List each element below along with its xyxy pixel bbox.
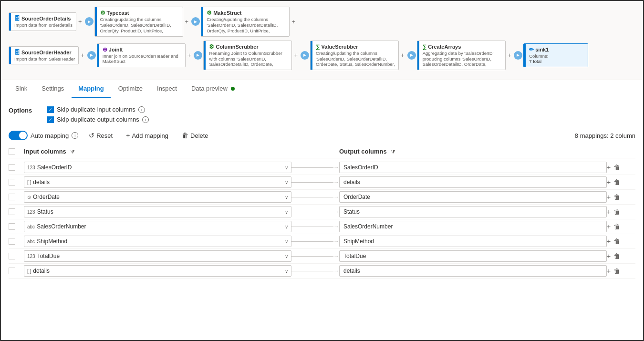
output-field-4[interactable] [339, 221, 607, 232]
input-dropdown-4[interactable]: abc SalesOrderNumber ∨ [24, 221, 291, 232]
output-field-7[interactable] [339, 265, 607, 277]
info-icon-2[interactable]: i [142, 116, 149, 123]
delete-row-btn-7[interactable]: 🗑 [613, 267, 620, 275]
input-dropdown-1[interactable]: [ ] details ∨ [24, 176, 291, 188]
input-field-col-1: [ ] details ∨ [24, 176, 291, 188]
dropdown-arrow-5[interactable]: ∨ [285, 239, 288, 244]
row-checkbox-2[interactable] [9, 194, 15, 200]
arrow-visual-6: → [291, 253, 339, 259]
input-field-col-6: 123 TotalDue ∨ [24, 250, 291, 262]
input-filter-icon[interactable]: ⧩ [70, 148, 75, 155]
output-filter-icon[interactable]: ⧩ [391, 148, 395, 155]
add-output-btn-4[interactable]: + [607, 223, 611, 230]
input-dropdown-0[interactable]: 123 SalesOrderID ∨ [24, 162, 291, 173]
plus-r2-5[interactable]: + [506, 52, 513, 59]
row-checkbox-5[interactable] [9, 238, 15, 245]
dropdown-arrow-6[interactable]: ∨ [285, 254, 288, 259]
row-checkbox-col [9, 194, 24, 200]
input-col-header: Input columns ⧩ [24, 148, 291, 155]
row-checkbox-7[interactable] [9, 268, 15, 274]
add-output-btn-0[interactable]: + [607, 164, 611, 171]
add-output-btn-2[interactable]: + [607, 193, 611, 201]
node-source-order-header[interactable]: 🗄 SourceOrderHeader Import data from Sal… [9, 46, 79, 65]
plus-after-node2[interactable]: + [183, 18, 191, 25]
tab-data-preview[interactable]: Data preview [185, 80, 242, 98]
node-column-scrubber[interactable]: ⚙ ColumnScrubber Renaming JoinIt to Colu… [203, 41, 292, 71]
delete-row-btn-3[interactable]: 🗑 [613, 208, 620, 216]
skip-dup-output-checkbox[interactable]: ✓ [47, 116, 54, 123]
row-checkbox-3[interactable] [9, 208, 15, 215]
arrow-col-0: → [291, 164, 339, 171]
delete-row-btn-1[interactable]: 🗑 [613, 178, 620, 186]
arrow-visual-7: → [291, 268, 339, 274]
auto-mapping-toggle[interactable] [9, 131, 28, 140]
tab-optimize[interactable]: Optimize [112, 80, 149, 98]
output-field-3[interactable] [339, 206, 607, 217]
add-output-btn-7[interactable]: + [607, 267, 611, 275]
row-checkbox-6[interactable] [9, 253, 15, 259]
node-title: sink1 [535, 47, 549, 52]
actions-col-5: + 🗑 [607, 238, 635, 245]
select-all-checkbox[interactable] [9, 148, 15, 155]
skip-dup-input-checkbox[interactable]: ✓ [47, 106, 54, 113]
table-row: ⊙ OrderDate ∨ → + 🗑 [9, 190, 635, 205]
node-value-scrubber[interactable]: ∑ ValueScrubber Creating/updating the co… [310, 41, 399, 71]
delete-button[interactable]: 🗑 Delete [179, 130, 211, 141]
dropdown-arrow-7[interactable]: ∨ [285, 269, 288, 274]
node-title: JoinIt [109, 47, 123, 52]
dropdown-arrow-4[interactable]: ∨ [285, 224, 288, 229]
info-icon-1[interactable]: i [138, 106, 145, 113]
connector-icon-2: ▶ [191, 17, 200, 26]
node-join-it[interactable]: ⊕ JoinIt Inner join on SourceOrderHeader… [97, 43, 186, 68]
tab-mapping[interactable]: Mapping [72, 80, 110, 98]
auto-mapping-info[interactable]: i [72, 132, 78, 139]
output-field-2[interactable] [339, 191, 607, 203]
delete-row-btn-2[interactable]: 🗑 [613, 193, 620, 201]
add-output-btn-3[interactable]: + [607, 208, 611, 216]
add-output-btn-5[interactable]: + [607, 238, 611, 245]
actions-col-4: + 🗑 [607, 223, 635, 230]
input-dropdown-5[interactable]: abc ShipMethod ∨ [24, 236, 291, 247]
input-dropdown-3[interactable]: 123 Status ∨ [24, 206, 291, 217]
dropdown-arrow-2[interactable]: ∨ [285, 195, 288, 200]
plus-after-node1[interactable]: + [76, 18, 84, 25]
tab-sink[interactable]: Sink [9, 80, 34, 98]
output-field-6[interactable] [339, 250, 607, 262]
delete-row-btn-4[interactable]: 🗑 [613, 223, 620, 230]
plus-after-node3[interactable]: + [290, 18, 297, 25]
type-icon-3: 123 [27, 209, 35, 215]
actions-col-6: + 🗑 [607, 252, 635, 260]
dropdown-arrow-0[interactable]: ∨ [285, 165, 288, 170]
row-checkbox-1[interactable] [9, 179, 15, 186]
tab-settings[interactable]: Settings [35, 80, 71, 98]
row-checkbox-0[interactable] [9, 164, 15, 171]
dropdown-arrow-1[interactable]: ∨ [285, 180, 288, 185]
plus-r2-4[interactable]: + [399, 52, 406, 59]
plus-r2-2[interactable]: + [186, 52, 193, 59]
plus-r2-3[interactable]: + [292, 52, 300, 59]
node-create-arrays[interactable]: ∑ CreateArrays Aggregating data by 'Sale… [417, 41, 506, 71]
add-output-btn-1[interactable]: + [607, 178, 611, 186]
output-field-5[interactable] [339, 236, 607, 247]
table-row: [ ] details ∨ → + 🗑 [9, 264, 635, 279]
node-sink1[interactable]: ✏ sink1 Columns: 7 total [523, 43, 588, 68]
node-desc: Inner join on SourceOrderHeader and Make… [103, 53, 182, 65]
input-dropdown-7[interactable]: [ ] details ∨ [24, 265, 291, 277]
dropdown-arrow-3[interactable]: ∨ [285, 209, 288, 215]
input-dropdown-6[interactable]: 123 TotalDue ∨ [24, 250, 291, 262]
node-make-struct[interactable]: ⚙ MakeStruct Creating/updating the colum… [201, 7, 290, 37]
output-field-0[interactable] [339, 162, 607, 173]
tab-inspect[interactable]: Inspect [150, 80, 184, 98]
node-typecast[interactable]: ⚙ Typecast Creating/updating the columns… [94, 7, 183, 37]
plus-r2-1[interactable]: + [79, 52, 86, 59]
input-dropdown-2[interactable]: ⊙ OrderDate ∨ [24, 191, 291, 203]
reset-button[interactable]: ↺ Reset [86, 130, 115, 141]
add-output-btn-6[interactable]: + [607, 252, 611, 260]
delete-row-btn-5[interactable]: 🗑 [613, 238, 620, 245]
output-field-1[interactable] [339, 176, 607, 188]
add-mapping-button[interactable]: + Add mapping [123, 130, 171, 141]
row-checkbox-4[interactable] [9, 223, 15, 230]
delete-row-btn-0[interactable]: 🗑 [613, 164, 620, 171]
node-source-order-details[interactable]: 🗄 SourceOrderDetails Import data from or… [9, 12, 76, 31]
delete-row-btn-6[interactable]: 🗑 [613, 252, 620, 260]
